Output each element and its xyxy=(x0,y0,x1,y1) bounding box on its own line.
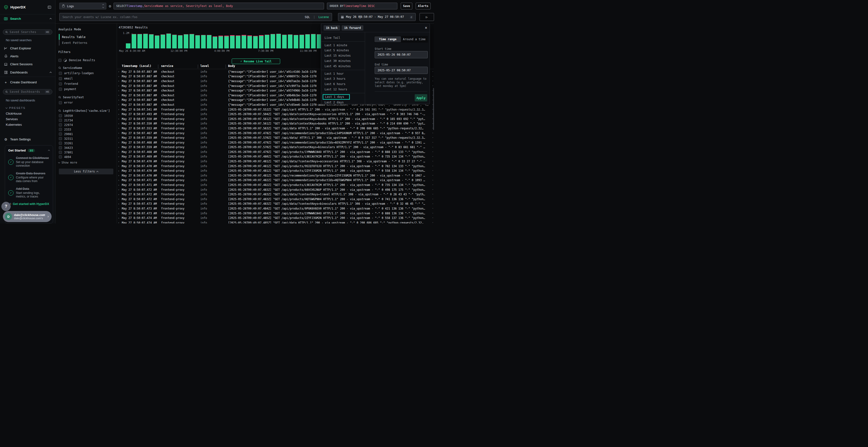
order-by-input[interactable]: ORDER BY TimestampTime DESC xyxy=(327,3,397,9)
table-row[interactable]: › May 27 8:50:07.550 AM frontend-proxy i… xyxy=(117,122,434,126)
resume-live-tail-button[interactable]: ⚡ Resume Live Tail xyxy=(232,59,280,64)
table-row[interactable]: › May 27 8:50:07.470 AM frontend-proxy i… xyxy=(117,159,434,164)
table-row[interactable]: › May 27 8:50:07.470 AM frontend-proxy i… xyxy=(117,168,434,173)
time-preset-item[interactable]: Last 3 hours xyxy=(321,76,365,82)
expand-row-icon[interactable]: › xyxy=(118,84,120,88)
table-row[interactable]: › May 27 8:50:07.470 AM frontend-proxy i… xyxy=(117,164,434,169)
expand-row-icon[interactable]: › xyxy=(118,198,120,201)
presets-section-toggle[interactable]: PRESETS xyxy=(6,106,55,109)
table-row[interactable]: › May 27 8:50:07.559 AM frontend-proxy i… xyxy=(117,145,434,150)
time-preset-item[interactable]: Last 30 minutes xyxy=(321,58,365,64)
filter-value-row[interactable]: payment xyxy=(59,87,117,92)
time-preset-item[interactable]: Last 1 hour xyxy=(321,71,365,76)
filter-value-row[interactable]: 33261 xyxy=(59,141,117,145)
filter-value-row[interactable]: 22974 xyxy=(59,123,117,127)
expand-row-icon[interactable]: › xyxy=(118,146,120,149)
filter-value-row[interactable]: 2333 xyxy=(59,127,117,132)
get-started-item[interactable]: ✓ Connect to ClickHouse Set up your data… xyxy=(8,156,50,168)
source-select[interactable]: Logs xyxy=(59,3,106,9)
chart-bar[interactable] xyxy=(276,34,281,48)
lang-toggle-lucene[interactable]: Lucene xyxy=(318,15,329,19)
saved-dashboards-input[interactable]: Saved Dashboards ⌘K xyxy=(3,89,52,94)
sql-select-input[interactable]: SELECT Timestamp, ServiceName as service… xyxy=(114,3,324,9)
filter-checkbox[interactable] xyxy=(59,119,62,122)
sidebar-item-client-sessions[interactable]: Client Sessions xyxy=(0,60,55,68)
chart-bar[interactable] xyxy=(224,36,229,48)
filter-value-row[interactable]: error xyxy=(59,100,117,105)
table-scrollbar[interactable] xyxy=(433,88,434,130)
filter-checkbox[interactable] xyxy=(59,142,62,145)
table-row[interactable]: › May 27 8:50:07.473 AM frontend-proxy i… xyxy=(117,211,434,216)
expand-row-icon[interactable]: › xyxy=(118,122,120,125)
shift-1h-forward-button[interactable]: 1h forward xyxy=(342,25,363,31)
expand-row-icon[interactable]: › xyxy=(118,127,120,130)
chart-bar[interactable] xyxy=(236,35,240,48)
time-preset-item[interactable]: Last 45 minutes xyxy=(321,64,365,69)
less-filters-button[interactable]: Less filters xyxy=(59,169,113,174)
filter-checkbox[interactable] xyxy=(59,72,62,75)
chart-bar[interactable] xyxy=(161,34,165,48)
chart-bar[interactable] xyxy=(218,36,223,48)
expand-row-icon[interactable]: › xyxy=(118,89,120,92)
denoise-checkbox[interactable] xyxy=(58,59,61,62)
expand-row-icon[interactable]: › xyxy=(118,94,120,97)
table-row[interactable]: › May 27 8:50:07.471 AM frontend-proxy i… xyxy=(117,178,434,183)
filter-checkbox[interactable] xyxy=(59,123,62,127)
time-preset-item[interactable]: Last 6 hours xyxy=(321,81,365,87)
chart-bar[interactable] xyxy=(271,34,275,48)
show-more-button[interactable]: Show more xyxy=(58,161,117,164)
expand-row-icon[interactable]: › xyxy=(118,99,120,102)
table-row[interactable]: › May 27 8:50:07.471 AM frontend-proxy i… xyxy=(117,182,434,187)
table-row[interactable]: › May 27 8:50:07.472 AM frontend-proxy i… xyxy=(117,197,434,202)
table-row[interactable]: › May 27 8:50:07.470 AM frontend-proxy i… xyxy=(117,173,434,178)
expand-row-icon[interactable]: › xyxy=(118,75,120,78)
preset-last-1-days-highlighted[interactable]: Last 1 days xyxy=(322,94,350,100)
expand-row-icon[interactable]: › xyxy=(118,136,120,139)
column-header-timestamp[interactable]: Timestamp (Local) xyxy=(122,64,151,68)
chart-bar[interactable] xyxy=(137,34,142,48)
expand-row-icon[interactable]: › xyxy=(118,183,120,187)
table-row[interactable]: › May 27 8:50:07.474 AM frontend-proxy i… xyxy=(117,215,434,220)
filter-value-row[interactable]: 32311 xyxy=(59,136,117,141)
expand-row-icon[interactable]: › xyxy=(118,79,120,82)
filter-checkbox[interactable] xyxy=(59,146,62,149)
chart-bar[interactable] xyxy=(288,34,292,48)
help-button[interactable]: ? xyxy=(1,202,10,211)
chart-bar[interactable] xyxy=(213,36,217,48)
expand-row-icon[interactable]: › xyxy=(118,103,120,106)
chart-bar[interactable] xyxy=(201,35,206,48)
table-row[interactable]: › May 27 8:50:07.468 AM frontend-proxy i… xyxy=(117,140,434,145)
expand-row-icon[interactable]: › xyxy=(118,165,120,168)
preset-last-2-days[interactable]: Last 2 days xyxy=(321,100,365,105)
chart-bar[interactable] xyxy=(265,35,269,48)
expand-row-icon[interactable]: › xyxy=(118,188,120,191)
event-search-input[interactable]: Search your events w/ Lucene ex. column:… xyxy=(59,13,332,21)
table-row[interactable]: › May 27 8:50:07.472 AM frontend-proxy i… xyxy=(117,192,434,197)
expand-row-icon[interactable]: › xyxy=(118,141,120,144)
filter-value-row[interactable]: frontend xyxy=(59,81,117,87)
filter-checkbox[interactable] xyxy=(59,151,62,154)
expand-row-icon[interactable]: › xyxy=(118,179,120,182)
chart-bar[interactable] xyxy=(143,34,148,48)
get-started-item[interactable]: ✓ Add Data Start sending logs, metrics, … xyxy=(8,187,50,199)
expand-row-icon[interactable]: › xyxy=(118,216,120,220)
chart-bar[interactable] xyxy=(242,35,246,48)
tab-around-a-time[interactable]: Around a time xyxy=(401,36,428,42)
shift-1h-back-button[interactable]: 1h back xyxy=(323,25,340,31)
filter-checkbox[interactable] xyxy=(59,133,62,136)
expand-row-icon[interactable]: › xyxy=(118,150,120,153)
table-row[interactable]: › May 27 8:50:07.472 AM frontend-proxy i… xyxy=(117,187,434,192)
saved-searches-input[interactable]: Saved Searches ⌘K xyxy=(3,29,52,35)
column-resize-handle[interactable] xyxy=(158,65,158,68)
filter-checkbox[interactable] xyxy=(59,128,62,131)
filter-checkbox[interactable] xyxy=(59,82,62,85)
column-header-service[interactable]: service xyxy=(161,64,173,68)
filter-checkbox[interactable] xyxy=(59,77,62,80)
filter-checkbox[interactable] xyxy=(59,101,62,104)
start-time-input[interactable]: 2025-05-26 08:50:07 xyxy=(375,51,428,58)
apply-button[interactable]: Apply xyxy=(415,94,427,101)
expand-row-icon[interactable]: › xyxy=(118,169,120,172)
chart-bar[interactable] xyxy=(282,35,287,48)
alerts-button[interactable]: Alerts xyxy=(416,3,431,9)
time-preset-item[interactable]: Last 12 hours xyxy=(321,87,365,92)
